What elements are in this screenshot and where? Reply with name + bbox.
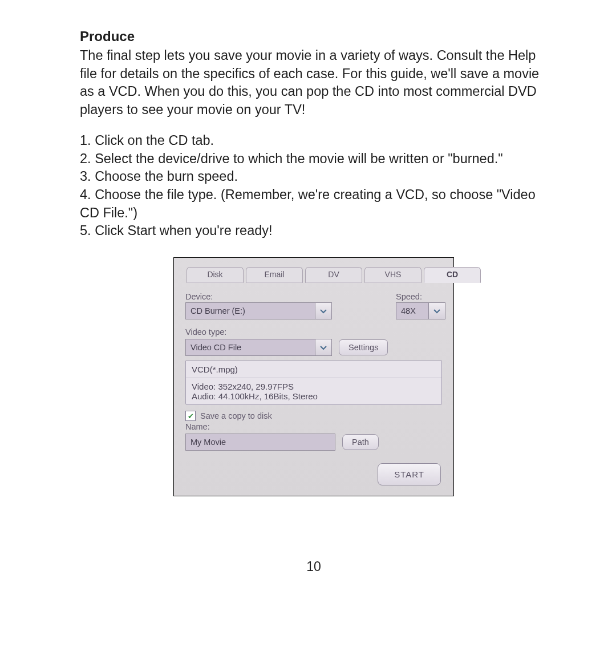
device-dropdown-button[interactable] [315, 302, 332, 319]
tab-dv[interactable]: DV [305, 267, 362, 283]
device-label: Device: [185, 292, 375, 301]
speed-select[interactable]: 48X [396, 302, 429, 319]
steps-list: 1. Click on the CD tab. 2. Select the de… [80, 132, 548, 240]
step-1: 1. Click on the CD tab. [80, 132, 548, 150]
section-heading: Produce [80, 29, 548, 44]
video-type-label: Video type: [185, 327, 445, 337]
save-copy-label: Save a copy to disk [200, 411, 272, 420]
name-label: Name: [185, 422, 445, 431]
produce-dialog: Disk Email DV VHS CD Device: CD Burner (… [173, 257, 454, 496]
tab-bar: Disk Email DV VHS CD [187, 267, 445, 283]
tab-vhs[interactable]: VHS [364, 267, 422, 283]
video-type-dropdown-button[interactable] [315, 339, 332, 356]
tab-disk[interactable]: Disk [187, 267, 244, 283]
step-2: 2. Select the device/drive to which the … [80, 150, 548, 168]
speed-label: Speed: [396, 292, 445, 301]
tab-cd[interactable]: CD [424, 267, 481, 283]
name-input[interactable]: My Movie [185, 434, 335, 451]
chevron-down-icon [320, 343, 327, 352]
video-spec-line: Video: 352x240, 29.97FPS [192, 382, 436, 391]
intro-paragraph: The final step lets you save your movie … [80, 47, 548, 119]
speed-dropdown-button[interactable] [429, 302, 445, 319]
tab-email[interactable]: Email [246, 267, 303, 283]
chevron-down-icon [320, 306, 327, 315]
format-line: VCD(*.mpg) [186, 361, 441, 378]
device-select[interactable]: CD Burner (E:) [185, 302, 315, 319]
step-3: 3. Choose the burn speed. [80, 168, 548, 186]
chevron-down-icon [433, 306, 440, 315]
path-button[interactable]: Path [342, 434, 379, 450]
video-type-select[interactable]: Video CD File [185, 339, 315, 356]
start-button[interactable]: START [378, 463, 441, 485]
step-4: 4. Choose the file type. (Remember, we'r… [80, 186, 548, 222]
audio-spec-line: Audio: 44.100kHz, 16Bits, Stereo [192, 391, 436, 401]
page-number: 10 [80, 559, 548, 574]
step-5: 5. Click Start when you're ready! [80, 222, 548, 240]
settings-button[interactable]: Settings [339, 339, 388, 355]
save-copy-checkbox[interactable]: ✔ Save a copy to disk [185, 411, 445, 421]
checkbox-icon: ✔ [185, 411, 196, 421]
format-info-box: VCD(*.mpg) Video: 352x240, 29.97FPS Audi… [185, 361, 442, 405]
